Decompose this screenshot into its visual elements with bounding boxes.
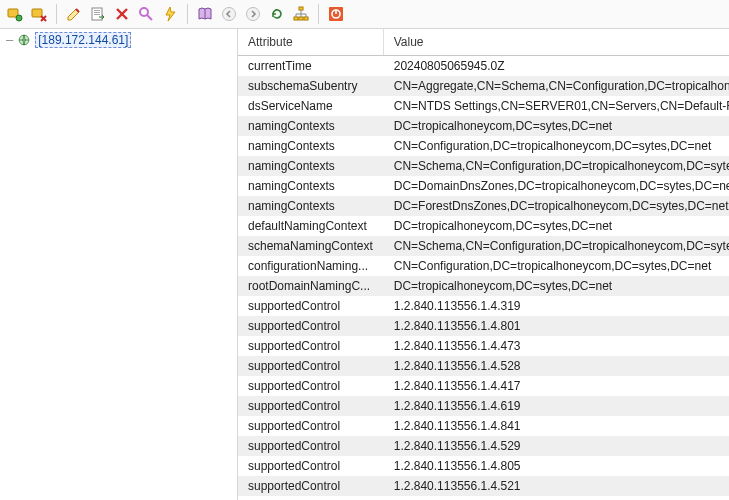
- table-row[interactable]: supportedControl1.2.840.113556.1.4.801: [238, 316, 729, 336]
- refresh-icon[interactable]: [266, 3, 288, 25]
- col-value[interactable]: Value: [383, 29, 729, 56]
- cell-value: DC=DomainDnsZones,DC=tropicalhoneycom,DC…: [383, 176, 729, 196]
- table-row[interactable]: supportedControl1.2.840.113556.1.4.529: [238, 436, 729, 456]
- table-row[interactable]: namingContextsDC=tropicalhoneycom,DC=syt…: [238, 116, 729, 136]
- col-attribute[interactable]: Attribute: [238, 29, 383, 56]
- cell-attribute: supportedControl: [238, 456, 383, 476]
- cell-value: CN=Aggregate,CN=Schema,CN=Configuration,…: [383, 76, 729, 96]
- table-header-row: Attribute Value: [238, 29, 729, 56]
- cell-attribute: namingContexts: [238, 156, 383, 176]
- svg-rect-19: [304, 17, 308, 20]
- cell-attribute: supportedControl: [238, 376, 383, 396]
- cell-value: 1.2.840.113556.1.4.473: [383, 336, 729, 356]
- main-split: – [189.172.144.61] Attribute Value curr: [0, 29, 729, 500]
- cell-value: 1.2.840.113556.1.4.521: [383, 476, 729, 496]
- table-row[interactable]: supportedControl1.2.840.113556.1.4.619: [238, 396, 729, 416]
- cell-attribute: supportedControl: [238, 496, 383, 500]
- book-icon[interactable]: [194, 3, 216, 25]
- cell-value: CN=NTDS Settings,CN=SERVER01,CN=Servers,…: [383, 96, 729, 116]
- cell-attribute: rootDomainNamingC...: [238, 276, 383, 296]
- cell-value: 1.2.840.113556.1.4.619: [383, 396, 729, 416]
- table-row[interactable]: dsServiceNameCN=NTDS Settings,CN=SERVER0…: [238, 96, 729, 116]
- tree-node-label[interactable]: [189.172.144.61]: [35, 32, 131, 48]
- attribute-table: Attribute Value currentTime2024080506594…: [238, 29, 729, 500]
- table-row[interactable]: supportedControl1.2.840.113556.1.4.473: [238, 336, 729, 356]
- table-row[interactable]: supportedControl1.2.840.113556.1.4.319: [238, 296, 729, 316]
- cell-attribute: namingContexts: [238, 196, 383, 216]
- app-root: – [189.172.144.61] Attribute Value curr: [0, 0, 729, 500]
- cell-attribute: configurationNaming...: [238, 256, 383, 276]
- tree-pane[interactable]: – [189.172.144.61]: [0, 29, 238, 500]
- table-row[interactable]: namingContextsDC=DomainDnsZones,DC=tropi…: [238, 176, 729, 196]
- tree-node-server[interactable]: – [189.172.144.61]: [0, 29, 237, 51]
- toolbar-separator: [318, 4, 319, 24]
- svg-point-11: [140, 8, 148, 16]
- cell-value: DC=tropicalhoneycom,DC=sytes,DC=net: [383, 276, 729, 296]
- tree-collapse-handle[interactable]: –: [6, 33, 13, 47]
- cell-value: DC=ForestDnsZones,DC=tropicalhoneycom,DC…: [383, 196, 729, 216]
- table-row[interactable]: configurationNaming...CN=Configuration,D…: [238, 256, 729, 276]
- cell-value: 1.2.840.113556.1.4.417: [383, 376, 729, 396]
- cell-attribute: supportedControl: [238, 396, 383, 416]
- cell-value: 20240805065945.0Z: [383, 56, 729, 77]
- cell-attribute: supportedControl: [238, 416, 383, 436]
- table-row[interactable]: namingContextsCN=Configuration,DC=tropic…: [238, 136, 729, 156]
- cell-value: 1.2.840.113556.1.4.801: [383, 316, 729, 336]
- cell-attribute: currentTime: [238, 56, 383, 77]
- table-row[interactable]: supportedControl1.2.840.113556.1.4.805: [238, 456, 729, 476]
- main-toolbar: [0, 0, 729, 29]
- svg-rect-18: [299, 17, 303, 20]
- svg-point-1: [16, 15, 22, 21]
- tree-icon[interactable]: [290, 3, 312, 25]
- bolt-icon[interactable]: [159, 3, 181, 25]
- search-icon[interactable]: [135, 3, 157, 25]
- svg-rect-16: [299, 7, 303, 10]
- table-row[interactable]: rootDomainNamingC...DC=tropicalhoneycom,…: [238, 276, 729, 296]
- globe-refresh-icon: [17, 33, 31, 47]
- delete-icon[interactable]: [111, 3, 133, 25]
- table-row[interactable]: supportedControl1.2.840.113556.1.4.841: [238, 416, 729, 436]
- save-icon[interactable]: [87, 3, 109, 25]
- connect-server-icon[interactable]: [4, 3, 26, 25]
- forward-icon[interactable]: [242, 3, 264, 25]
- cell-value: 1.2.840.113556.1.4.970: [383, 496, 729, 500]
- svg-point-15: [247, 8, 260, 21]
- cell-attribute: namingContexts: [238, 176, 383, 196]
- cell-value: CN=Configuration,DC=tropicalhoneycom,DC=…: [383, 256, 729, 276]
- back-icon[interactable]: [218, 3, 240, 25]
- svg-rect-6: [94, 10, 100, 11]
- table-body: currentTime20240805065945.0ZsubschemaSub…: [238, 56, 729, 501]
- table-row[interactable]: schemaNamingContextCN=Schema,CN=Configur…: [238, 236, 729, 256]
- cell-attribute: subschemaSubentry: [238, 76, 383, 96]
- disconnect-server-icon[interactable]: [28, 3, 50, 25]
- table-row[interactable]: supportedControl1.2.840.113556.1.4.521: [238, 476, 729, 496]
- table-row[interactable]: defaultNamingContextDC=tropicalhoneycom,…: [238, 216, 729, 236]
- svg-point-14: [223, 8, 236, 21]
- table-row[interactable]: currentTime20240805065945.0Z: [238, 56, 729, 77]
- table-row[interactable]: supportedControl1.2.840.113556.1.4.528: [238, 356, 729, 376]
- cell-value: CN=Schema,CN=Configuration,DC=tropicalho…: [383, 156, 729, 176]
- power-icon[interactable]: [325, 3, 347, 25]
- cell-value: DC=tropicalhoneycom,DC=sytes,DC=net: [383, 116, 729, 136]
- cell-value: 1.2.840.113556.1.4.529: [383, 436, 729, 456]
- cell-value: 1.2.840.113556.1.4.841: [383, 416, 729, 436]
- cell-attribute: namingContexts: [238, 116, 383, 136]
- attribute-grid[interactable]: Attribute Value currentTime2024080506594…: [238, 29, 729, 500]
- table-row[interactable]: supportedControl1.2.840.113556.1.4.417: [238, 376, 729, 396]
- svg-rect-17: [294, 17, 298, 20]
- cell-attribute: supportedControl: [238, 356, 383, 376]
- cell-value: DC=tropicalhoneycom,DC=sytes,DC=net: [383, 216, 729, 236]
- table-row[interactable]: supportedControl1.2.840.113556.1.4.970: [238, 496, 729, 500]
- cell-attribute: dsServiceName: [238, 96, 383, 116]
- table-row[interactable]: namingContextsDC=ForestDnsZones,DC=tropi…: [238, 196, 729, 216]
- cell-value: 1.2.840.113556.1.4.319: [383, 296, 729, 316]
- cell-attribute: schemaNamingContext: [238, 236, 383, 256]
- table-row[interactable]: namingContextsCN=Schema,CN=Configuration…: [238, 156, 729, 176]
- svg-line-12: [147, 15, 152, 20]
- cell-value: CN=Configuration,DC=tropicalhoneycom,DC=…: [383, 136, 729, 156]
- edit-icon[interactable]: [63, 3, 85, 25]
- cell-attribute: supportedControl: [238, 316, 383, 336]
- cell-value: 1.2.840.113556.1.4.528: [383, 356, 729, 376]
- cell-attribute: defaultNamingContext: [238, 216, 383, 236]
- table-row[interactable]: subschemaSubentryCN=Aggregate,CN=Schema,…: [238, 76, 729, 96]
